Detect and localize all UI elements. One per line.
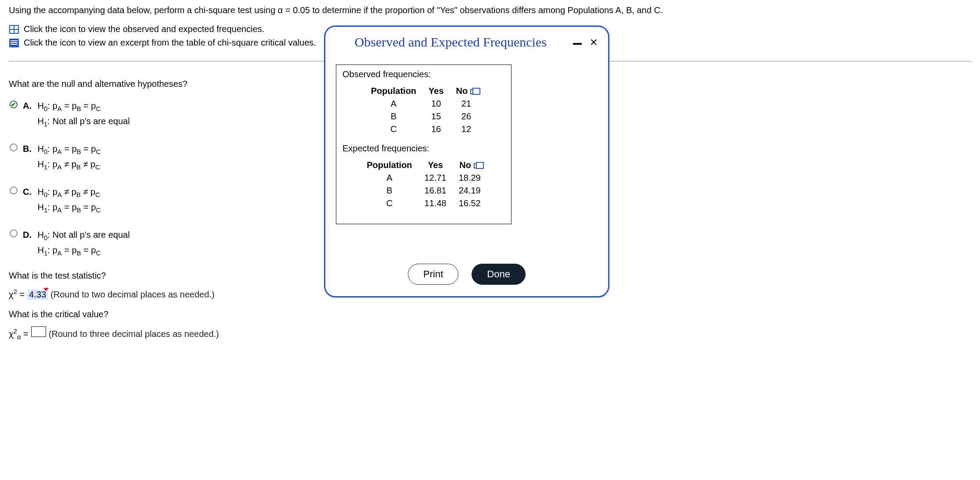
table-row: B16.8124.19 [360, 184, 486, 197]
book-icon [9, 38, 19, 48]
chi-squared-symbol: χ2 = [9, 288, 25, 300]
table-row: C11.4816.52 [360, 197, 486, 210]
question-text: Using the accompanying data below, perfo… [9, 5, 971, 15]
print-button[interactable]: Print [408, 264, 458, 285]
observed-table: Population Yes No A1021 B1526 C1612 [365, 85, 483, 136]
copy-icon[interactable] [470, 89, 476, 94]
option-a-label: A. [23, 101, 32, 111]
expected-table: Population Yes No A12.7118.29 B16.8124.1… [360, 159, 486, 210]
link-observed-label: Click the icon to view the observed and … [24, 24, 264, 34]
radio-c[interactable] [10, 186, 18, 194]
done-button[interactable]: Done [472, 264, 526, 285]
critical-value-input[interactable] [31, 326, 46, 337]
grid-icon [9, 25, 19, 34]
minimize-icon[interactable] [573, 43, 582, 45]
table-row: B1526 [365, 110, 483, 123]
col-no: No [450, 85, 483, 97]
frequencies-block: Observed frequencies: Population Yes No … [336, 64, 512, 224]
radio-b[interactable] [10, 143, 18, 151]
option-d-label: D. [23, 230, 32, 240]
col-yes: Yes [422, 85, 450, 97]
modal-title: Observed and Expected Frequencies [336, 35, 565, 50]
option-b-label: B. [23, 144, 32, 154]
chi-alpha-symbol: χ2α = [9, 327, 29, 340]
copy-icon[interactable] [474, 163, 480, 168]
table-row: A1021 [365, 97, 483, 110]
close-icon[interactable]: × [590, 36, 598, 49]
frequencies-modal: Observed and Expected Frequencies × Obse… [324, 25, 609, 297]
table-row: C1612 [365, 123, 483, 136]
critical-value-prompt: What is the critical value? [9, 309, 971, 319]
observed-label: Observed frequencies: [342, 69, 505, 79]
radio-a[interactable] [10, 100, 18, 108]
test-statistic-hint: (Round to two decimal places as needed.) [50, 290, 215, 300]
option-c-label: C. [23, 187, 32, 197]
test-statistic-value[interactable]: 4.33 [27, 290, 48, 300]
critical-value-hint: (Round to three decimal places as needed… [49, 329, 219, 339]
col-population: Population [365, 85, 422, 97]
radio-d[interactable] [10, 229, 18, 237]
link-critical-label: Click the icon to view an excerpt from t… [24, 38, 316, 48]
expected-label: Expected frequencies: [342, 143, 505, 154]
table-row: A12.7118.29 [360, 172, 486, 184]
